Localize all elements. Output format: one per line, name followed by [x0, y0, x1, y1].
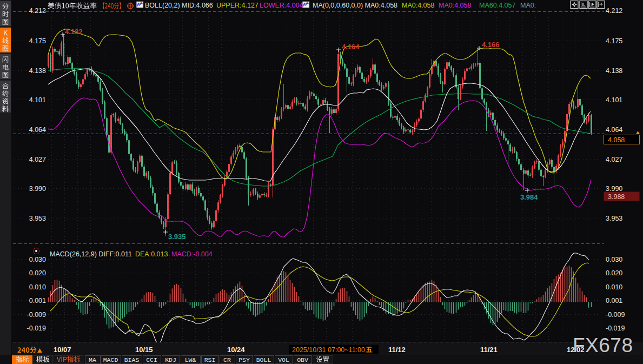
svg-text:CR: CR	[223, 356, 231, 363]
svg-text:4.212: 4.212	[29, 7, 46, 15]
svg-text:4.101: 4.101	[29, 96, 46, 104]
svg-text:-0.019: -0.019	[606, 325, 625, 332]
svg-text:4.027: 4.027	[606, 156, 622, 163]
svg-text:-0.019: -0.019	[27, 325, 46, 332]
svg-text:PSY: PSY	[238, 356, 250, 363]
svg-text:0.001: 0.001	[29, 297, 46, 305]
svg-text:4.175: 4.175	[29, 37, 46, 45]
svg-text:3.984: 3.984	[520, 193, 538, 201]
svg-text:DEA:0.013: DEA:0.013	[135, 250, 168, 258]
svg-text:4.182: 4.182	[65, 28, 83, 36]
svg-text:0.001: 0.001	[606, 297, 622, 305]
svg-text:4.138: 4.138	[606, 67, 622, 75]
svg-text:UPPER:4.127: UPPER:4.127	[216, 2, 258, 9]
svg-text:0.020: 0.020	[606, 269, 622, 277]
svg-text:VOL: VOL	[278, 356, 289, 363]
svg-text:4.058: 4.058	[608, 136, 625, 144]
svg-text:BIAS: BIAS	[124, 356, 140, 363]
svg-text:MACD:-0.004: MACD:-0.004	[171, 250, 213, 258]
svg-text:-0.009: -0.009	[606, 311, 625, 319]
svg-text:10/15: 10/15	[135, 346, 153, 354]
svg-text:4.164: 4.164	[342, 43, 360, 51]
svg-text:4.064: 4.064	[606, 126, 622, 134]
svg-text:3.988: 3.988	[608, 193, 625, 201]
svg-text:4.212: 4.212	[606, 7, 622, 15]
svg-text:3.990: 3.990	[606, 185, 622, 193]
svg-text:3.990: 3.990	[29, 185, 46, 193]
svg-text:4.064: 4.064	[29, 126, 46, 134]
svg-text:10/24: 10/24	[227, 346, 245, 354]
svg-text:4.166: 4.166	[482, 41, 500, 49]
svg-text:10/07: 10/07	[54, 346, 71, 354]
svg-text:MA(0,0,0,60,0,0) MA0:4.058: MA(0,0,0,60,0,0) MA0:4.058	[313, 2, 397, 9]
svg-text:CCI: CCI	[146, 356, 157, 363]
svg-text:FX678: FX678	[573, 334, 633, 356]
svg-text:2025/10/31 07:00~11:00: 2025/10/31 07:00~11:00	[292, 346, 365, 354]
svg-text:0.030: 0.030	[606, 256, 622, 263]
svg-text:11/12: 11/12	[388, 346, 406, 354]
svg-text:11/21: 11/21	[480, 346, 498, 354]
svg-text:MA0:: MA0:	[520, 2, 536, 9]
svg-text:RSI: RSI	[204, 356, 216, 363]
svg-text:4.027: 4.027	[29, 156, 46, 163]
svg-text:KDJ: KDJ	[165, 356, 176, 363]
svg-text:3.953: 3.953	[29, 215, 46, 222]
svg-text:BOLL(20,2) MID:4.066: BOLL(20,2) MID:4.066	[145, 2, 213, 9]
svg-text:MA0:4.058: MA0:4.058	[439, 2, 472, 9]
svg-text:MACD: MACD	[103, 356, 118, 363]
svg-text:3.935: 3.935	[168, 233, 186, 241]
svg-text:4.138: 4.138	[29, 67, 46, 75]
svg-text:OBV: OBV	[297, 356, 308, 363]
svg-text:MACD(26,12,9) DIFF:0.011: MACD(26,12,9) DIFF:0.011	[50, 250, 132, 258]
svg-text:4.175: 4.175	[606, 37, 622, 45]
svg-text:MA: MA	[89, 356, 96, 363]
svg-text:0.010: 0.010	[29, 283, 46, 291]
svg-text:0.020: 0.020	[29, 269, 46, 277]
svg-text:-0.009: -0.009	[27, 311, 46, 319]
svg-text:3.953: 3.953	[606, 215, 622, 222]
svg-text:LOWER:4.004: LOWER:4.004	[260, 2, 303, 9]
svg-text:BOLL: BOLL	[256, 356, 271, 363]
svg-text:MA60:4.057: MA60:4.057	[479, 2, 515, 9]
svg-text:0.030: 0.030	[29, 256, 46, 263]
svg-text:4.101: 4.101	[606, 96, 622, 104]
svg-text:LW&: LW&	[185, 356, 196, 363]
svg-text:MA0:4.058: MA0:4.058	[402, 2, 435, 9]
svg-text:0.010: 0.010	[606, 283, 622, 291]
